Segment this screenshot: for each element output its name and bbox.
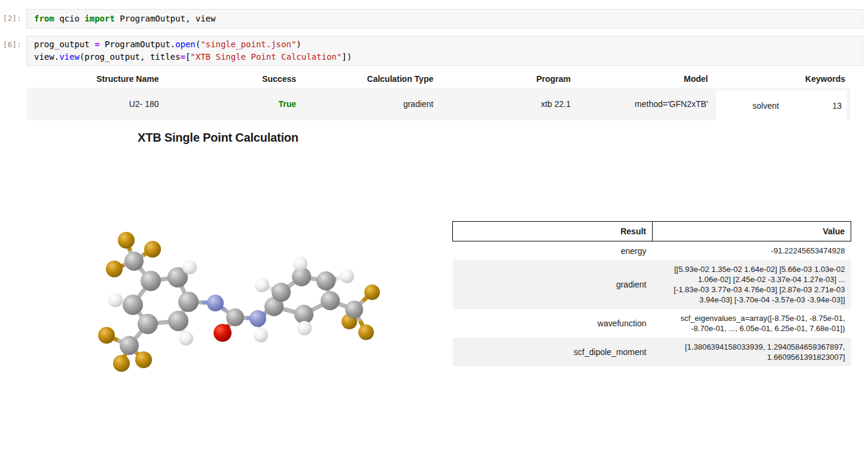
header-calculation-type: Calculation Type <box>301 70 438 88</box>
cell-calculation-type: gradient <box>301 88 438 120</box>
result-value: [[5.93e-02 1.35e-02 1.64e-02] [5.66e-03 … <box>653 260 851 309</box>
code-cell-view[interactable]: prog_output = ProgramOutput.open("single… <box>26 36 863 66</box>
result-row-wavefunction: wavefunction scf_eigenvalues_a=array([-8… <box>453 309 851 338</box>
cell-model: method='GFN2xTB' <box>575 88 713 120</box>
notebook-page: [2]: [6]: from qcio import ProgramOutput… <box>0 0 868 462</box>
result-row-energy: energy -91.22245653474928 <box>453 241 851 261</box>
code-line: view.view(prog_output, titles=["XTB Sing… <box>34 51 855 63</box>
result-value: scf_eigenvalues_a=array([-8.75e-01, -8.7… <box>653 309 851 338</box>
result-name: wavefunction <box>453 309 653 338</box>
results-header-row: Result Value <box>453 222 851 241</box>
result-row-gradient: gradient [[5.93e-02 1.35e-02 1.64e-02] [… <box>453 260 851 309</box>
result-name: energy <box>453 241 653 261</box>
result-name: scf_dipole_moment <box>453 338 653 366</box>
result-value: [1.3806394158033939, 1.2940584659367897,… <box>653 338 851 366</box>
keywords-row: solvent 13 <box>716 91 847 120</box>
header-result: Result <box>453 222 653 241</box>
header-value: Value <box>653 222 851 241</box>
result-row-scf-dipole-moment: scf_dipole_moment [1.3806394158033939, 1… <box>453 338 851 366</box>
keyword-value: 13 <box>784 91 846 120</box>
summary-table: Structure Name Success Calculation Type … <box>26 70 850 120</box>
header-program: Program <box>438 70 576 88</box>
viewer-title: XTB Single Point Calculation <box>138 131 299 145</box>
result-name: gradient <box>453 260 653 309</box>
input-prompt-6: [6]: <box>0 38 22 51</box>
cell-program: xtb 22.1 <box>438 88 576 120</box>
result-value: -91.22245653474928 <box>653 241 851 261</box>
keyword-name: solvent <box>716 91 784 120</box>
header-success: Success <box>164 70 301 88</box>
code-line: from qcio import ProgramOutput, view <box>34 13 855 25</box>
input-prompt-2: [2]: <box>0 12 22 25</box>
cell-structure-name: U2- 180 <box>26 88 164 120</box>
header-model: Model <box>575 70 713 88</box>
header-structure-name: Structure Name <box>26 70 164 88</box>
results-table: Result Value energy -91.22245653474928 g… <box>452 221 851 366</box>
code-cell-import[interactable]: from qcio import ProgramOutput, view <box>26 9 863 29</box>
summary-data-row: U2- 180 True gradient xtb 22.1 method='G… <box>26 88 850 120</box>
keywords-table: solvent 13 <box>716 91 847 120</box>
summary-header-row: Structure Name Success Calculation Type … <box>26 70 850 88</box>
cell-keywords: solvent 13 <box>713 88 851 120</box>
code-line: prog_output = ProgramOutput.open("single… <box>34 38 855 51</box>
cell-success: True <box>164 88 301 120</box>
keywords-box: solvent 13 <box>716 91 847 120</box>
molecule-viewer[interactable] <box>60 215 407 383</box>
header-keywords: Keywords <box>713 70 851 88</box>
molecule-svg <box>98 232 380 372</box>
